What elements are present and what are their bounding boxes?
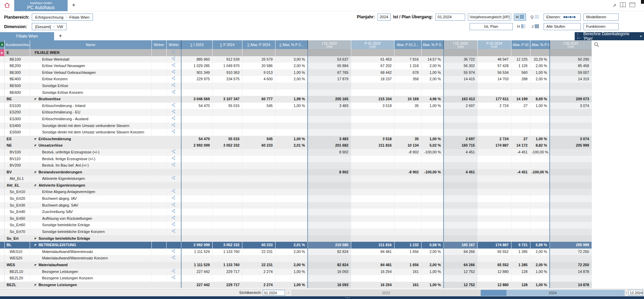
woher-cell[interactable] <box>151 255 166 262</box>
value-cell[interactable] <box>308 229 351 235</box>
value-cell[interactable] <box>511 189 530 195</box>
value-cell[interactable] <box>444 83 477 89</box>
row-code-cell[interactable]: E <box>4 49 30 56</box>
value-cell[interactable] <box>550 202 592 209</box>
value-cell[interactable] <box>181 116 212 123</box>
column-header-sp2024[interactable]: ∑ P 2024 <box>212 40 242 49</box>
value-cell[interactable] <box>351 129 394 136</box>
value-cell[interactable] <box>511 275 530 282</box>
value-cell[interactable] <box>181 109 212 116</box>
wohin-cell[interactable] <box>166 222 181 229</box>
value-cell[interactable] <box>181 215 212 222</box>
value-cell[interactable] <box>351 162 394 169</box>
wohin-cell[interactable] <box>166 49 181 56</box>
new-app-tab-button[interactable]: + <box>72 2 75 8</box>
row-code-cell[interactable]: ES400 <box>4 123 30 129</box>
value-cell[interactable] <box>242 123 275 129</box>
value-cell[interactable]: 67 765 <box>308 69 351 76</box>
woher-cell[interactable] <box>151 169 166 176</box>
value-cell[interactable]: 14 415 <box>444 76 477 83</box>
row-name-cell[interactable]: Sonstige betriebliche Erträge <box>30 222 151 229</box>
wohin-cell[interactable] <box>166 255 181 262</box>
column-header-i01[interactable]: I 01.2023[VW] <box>308 40 351 49</box>
wohin-cell[interactable] <box>166 76 181 83</box>
value-cell[interactable]: 3 046 569 <box>181 96 212 103</box>
row-code-cell[interactable]: So_Ert10 <box>4 189 30 195</box>
value-cell[interactable]: 678 <box>394 69 421 76</box>
value-cell[interactable] <box>530 215 550 222</box>
woher-cell[interactable] <box>151 103 166 109</box>
wohin-cell[interactable] <box>166 202 181 209</box>
row-name-cell[interactable]: Aktivierte Eigenleistungen <box>30 175 151 182</box>
value-cell[interactable]: 64 266 <box>444 262 477 269</box>
woher-cell[interactable] <box>151 116 166 123</box>
value-cell[interactable] <box>275 229 308 235</box>
value-cell[interactable]: 229 717 <box>212 282 242 288</box>
value-cell[interactable] <box>421 123 444 129</box>
value-cell[interactable] <box>275 235 308 242</box>
value-cell[interactable]: 9 013 <box>242 69 275 76</box>
wohin-cell[interactable] <box>166 136 181 143</box>
wohin-cell[interactable] <box>166 63 181 69</box>
row-code-cell[interactable]: BE400 <box>4 76 30 83</box>
value-cell[interactable]: 201 682 <box>308 142 351 149</box>
period-range-thumb[interactable]: 2024 <box>481 290 625 296</box>
column-header-p01[interactable]: P 01.2024[VW] <box>351 40 394 49</box>
ebenen-button[interactable]: Ebenen: <box>544 14 581 21</box>
datenkategorien-button[interactable]: Ist, Plan <box>470 23 513 30</box>
value-cell[interactable]: 16 254 <box>351 269 394 275</box>
row-name-cell[interactable]: Erlöse Konzern <box>30 76 151 83</box>
value-cell[interactable]: 545 <box>242 103 275 109</box>
table-row-BEZL20[interactable]: BEZL20Bezogene Leistungen Konzern <box>0 275 592 282</box>
woher-cell[interactable] <box>151 96 166 103</box>
value-cell[interactable] <box>351 89 394 96</box>
value-cell[interactable] <box>242 215 275 222</box>
dimension-breadcrumb[interactable]: [Gesamt] › VW <box>32 23 67 30</box>
value-cell[interactable] <box>394 202 421 209</box>
value-cell[interactable] <box>242 235 275 242</box>
wohin-cell[interactable] <box>166 235 181 242</box>
value-cell[interactable] <box>212 195 242 202</box>
woher-cell[interactable] <box>151 235 166 242</box>
value-cell[interactable]: 210 585 <box>308 242 351 249</box>
value-cell[interactable] <box>212 229 242 235</box>
value-cell[interactable] <box>351 83 394 89</box>
value-cell[interactable] <box>511 235 530 242</box>
table-row-BEZL10[interactable]: BEZL10Bezogene Leistungen227 442229 7172… <box>0 269 592 275</box>
column-header-i03[interactable]: I 03.2023[VW] <box>550 40 592 49</box>
row-code-cell[interactable]: So_Ert30 <box>4 202 30 209</box>
wohin-cell[interactable] <box>166 189 181 195</box>
value-cell[interactable] <box>308 202 351 209</box>
wohin-cell[interactable] <box>166 103 181 109</box>
value-cell[interactable] <box>308 222 351 229</box>
value-cell[interactable]: 1,00 % <box>275 103 308 109</box>
value-cell[interactable] <box>275 209 308 215</box>
granularity-m-button[interactable]: M <box>514 14 526 21</box>
value-cell[interactable]: 227 442 <box>181 282 212 288</box>
value-cell[interactable] <box>181 162 212 169</box>
value-cell[interactable] <box>308 215 351 222</box>
value-cell[interactable] <box>394 123 421 129</box>
value-cell[interactable] <box>212 202 242 209</box>
table-row-ES[interactable]: ES◤Erlösschmälerung54 47055 0155451,00 %… <box>0 136 592 143</box>
value-cell[interactable] <box>351 255 394 262</box>
value-cell[interactable] <box>421 222 444 229</box>
value-cell[interactable] <box>242 222 275 229</box>
value-cell[interactable]: 5,89 % <box>530 242 550 249</box>
wohin-cell[interactable] <box>166 275 181 282</box>
table-row-ES300[interactable]: ES300Erlösschmälerung - Ausland <box>0 116 592 123</box>
value-cell[interactable]: 2,01 % <box>275 142 308 149</box>
value-cell[interactable] <box>477 83 511 89</box>
value-cell[interactable]: 17 879 <box>308 76 351 83</box>
value-cell[interactable] <box>212 129 242 136</box>
value-cell[interactable] <box>308 123 351 129</box>
value-cell[interactable] <box>181 156 212 163</box>
scrollbar-grip[interactable] <box>345 297 346 298</box>
value-cell[interactable]: 57 428 <box>477 63 511 69</box>
value-cell[interactable]: 229 717 <box>212 269 242 275</box>
value-cell[interactable] <box>275 215 308 222</box>
wohin-cell[interactable] <box>166 229 181 235</box>
value-cell[interactable]: 1 656 <box>394 249 421 255</box>
value-cell[interactable] <box>212 255 242 262</box>
value-cell[interactable] <box>275 129 308 136</box>
